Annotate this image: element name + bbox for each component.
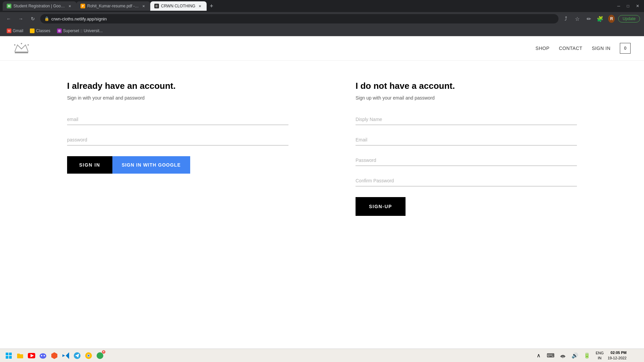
bookmark-icon[interactable]: ☆ bbox=[573, 14, 582, 23]
svg-point-3 bbox=[21, 43, 22, 44]
svg-point-15 bbox=[44, 355, 45, 356]
svg-point-14 bbox=[41, 355, 42, 356]
lock-icon: 🔒 bbox=[44, 16, 49, 21]
crown-logo-icon bbox=[13, 42, 30, 55]
display-name-input[interactable] bbox=[356, 114, 577, 125]
profile-avatar: R bbox=[608, 15, 615, 23]
new-tab-button[interactable]: + bbox=[207, 1, 216, 11]
nav-links: SHOP CONTACT SIGN IN 0 bbox=[536, 43, 631, 54]
bookmark-classes-label: Classes bbox=[36, 28, 50, 33]
file-explorer-button[interactable] bbox=[15, 351, 25, 360]
notification-badge: R bbox=[102, 350, 105, 354]
classes-favicon bbox=[30, 28, 35, 33]
signin-button[interactable]: SIGN IN bbox=[67, 156, 112, 174]
svg-point-13 bbox=[40, 353, 46, 359]
tab-favicon-gmail: M bbox=[7, 4, 11, 8]
password-input[interactable] bbox=[67, 134, 288, 145]
svg-rect-7 bbox=[6, 356, 8, 359]
windows-start-button[interactable] bbox=[4, 351, 13, 360]
date-display: 19-12-2022 bbox=[608, 356, 627, 361]
minimize-button[interactable]: ─ bbox=[615, 3, 622, 9]
chrome-profile-button[interactable]: R bbox=[95, 351, 105, 360]
email-input[interactable] bbox=[67, 114, 288, 125]
system-tray: ∧ ⌨ 🔊 🔋 bbox=[534, 351, 592, 360]
signup-email-input[interactable] bbox=[356, 134, 577, 145]
close-button[interactable]: ✕ bbox=[634, 3, 641, 9]
volume-icon[interactable]: 🔊 bbox=[570, 351, 580, 360]
network-icon[interactable] bbox=[558, 351, 568, 360]
tab-crwn-clothing[interactable]: C CRWN CLOTHING ✕ bbox=[150, 1, 207, 11]
chevron-up-icon[interactable]: ∧ bbox=[534, 351, 543, 360]
tab-favicon-pdf: P bbox=[80, 4, 85, 8]
bookmark-superset[interactable]: Superset :: Universit... bbox=[54, 27, 105, 34]
tab-close-2[interactable]: ✕ bbox=[141, 3, 146, 9]
signup-email-field-wrap bbox=[356, 134, 577, 145]
signin-container: I already have an account. Sign in with … bbox=[0, 61, 644, 236]
cart-button[interactable]: 0 bbox=[620, 43, 631, 54]
taskbar: R ∧ ⌨ 🔊 🔋 ENG IN 02:05 PM 19-12-2022 bbox=[0, 349, 644, 362]
signup-title: I do not have a account. bbox=[356, 81, 577, 91]
time-display: 02:05 PM bbox=[608, 350, 627, 355]
telegram-button[interactable] bbox=[72, 351, 82, 360]
signup-subtitle: Sign up with your email and password bbox=[356, 95, 577, 101]
window-controls: ─ □ ✕ bbox=[615, 3, 641, 9]
maximize-button[interactable]: □ bbox=[625, 3, 631, 9]
signup-section: I do not have a account. Sign up with yo… bbox=[356, 81, 577, 216]
confirm-password-field-wrap bbox=[356, 175, 577, 186]
page-content: SHOP CONTACT SIGN IN 0 I already have an… bbox=[0, 36, 644, 349]
svg-rect-1 bbox=[15, 52, 28, 53]
superset-favicon bbox=[57, 28, 62, 33]
cart-count: 0 bbox=[624, 46, 627, 51]
forward-button[interactable]: → bbox=[16, 14, 25, 23]
vscode-button[interactable] bbox=[61, 351, 70, 360]
svg-point-4 bbox=[28, 44, 29, 46]
language-indicator: ENG IN bbox=[596, 351, 604, 360]
chrome-button[interactable] bbox=[84, 351, 93, 360]
brave-button[interactable] bbox=[50, 351, 59, 360]
edit-icon[interactable]: ✏ bbox=[584, 14, 593, 23]
tab-resume[interactable]: P Rohit_Kumar-resume.pdf - Goog... ✕ bbox=[76, 1, 150, 11]
address-bar-row: ← → ↻ 🔒 crwn-cloths.netlify.app/signin ⤴… bbox=[0, 12, 644, 25]
svg-rect-5 bbox=[6, 353, 8, 355]
svg-point-0 bbox=[58, 29, 61, 32]
tab-close-3[interactable]: ✕ bbox=[197, 3, 203, 9]
signup-password-input[interactable] bbox=[356, 155, 577, 166]
back-button[interactable]: ← bbox=[4, 14, 13, 23]
update-button[interactable]: Update bbox=[618, 15, 640, 22]
battery-icon[interactable]: 🔋 bbox=[582, 351, 592, 360]
profile-icon-wrap[interactable]: R bbox=[607, 14, 616, 23]
svg-point-24 bbox=[88, 355, 90, 357]
shop-link[interactable]: SHOP bbox=[536, 46, 550, 51]
signin-link[interactable]: SIGN IN bbox=[592, 46, 610, 51]
display-name-field-wrap bbox=[356, 114, 577, 125]
address-bar[interactable]: 🔒 crwn-cloths.netlify.app/signin bbox=[40, 14, 558, 23]
extensions-icon[interactable]: 🧩 bbox=[595, 14, 605, 23]
logo[interactable] bbox=[13, 42, 30, 55]
bookmark-superset-label: Superset :: Universit... bbox=[63, 28, 103, 33]
tab-student-registration[interactable]: M Student Registration | Google ST... ✕ bbox=[3, 1, 76, 11]
refresh-button[interactable]: ↻ bbox=[28, 14, 38, 23]
svg-rect-10 bbox=[17, 354, 20, 355]
youtube-button[interactable] bbox=[27, 351, 36, 360]
signin-section: I already have an account. Sign in with … bbox=[67, 81, 288, 216]
tab-label-1: Student Registration | Google ST... bbox=[13, 4, 65, 8]
tab-label-2: Rohit_Kumar-resume.pdf - Goog... bbox=[87, 4, 139, 8]
tab-favicon-crwn: C bbox=[154, 4, 159, 8]
contact-link[interactable]: CONTACT bbox=[559, 46, 582, 51]
signin-with-google-button[interactable]: SIGN IN WITH GOOGLE bbox=[112, 156, 190, 174]
gmail-favicon: M bbox=[7, 28, 11, 33]
clock: 02:05 PM 19-12-2022 bbox=[608, 350, 627, 361]
tab-close-1[interactable]: ✕ bbox=[67, 3, 72, 9]
bookmark-classes[interactable]: Classes bbox=[27, 27, 53, 34]
bookmark-gmail-label: Gmail bbox=[13, 28, 23, 33]
svg-rect-6 bbox=[9, 353, 12, 355]
keyboard-icon[interactable]: ⌨ bbox=[546, 351, 555, 360]
taskbar-right: ∧ ⌨ 🔊 🔋 ENG IN 02:05 PM 19-12-2022 bbox=[534, 350, 640, 361]
share-icon[interactable]: ⤴ bbox=[561, 14, 571, 23]
signin-subtitle: Sign in with your email and password bbox=[67, 95, 288, 101]
discord-button[interactable] bbox=[38, 351, 48, 360]
confirm-password-input[interactable] bbox=[356, 175, 577, 186]
tab-bar: M Student Registration | Google ST... ✕ … bbox=[0, 0, 644, 12]
signup-button[interactable]: SIGN-UP bbox=[356, 197, 406, 216]
bookmark-gmail[interactable]: M Gmail bbox=[4, 27, 26, 34]
